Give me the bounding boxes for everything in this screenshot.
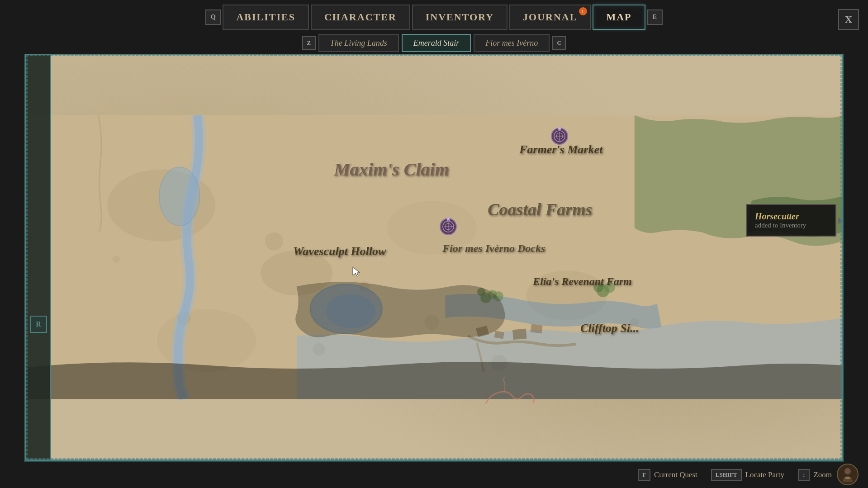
svg-point-44: [447, 218, 450, 220]
z-key[interactable]: Z: [302, 36, 316, 50]
inventory-tab[interactable]: INVENTORY: [412, 5, 508, 30]
abilities-tab[interactable]: ABILITIES: [223, 5, 309, 30]
emerald-stair-tab[interactable]: Emerald Stair: [402, 34, 471, 52]
svg-point-26: [604, 282, 615, 293]
svg-rect-19: [512, 329, 527, 340]
svg-point-7: [265, 232, 283, 251]
q-key[interactable]: Q: [205, 9, 221, 25]
svg-point-37: [558, 127, 561, 130]
svg-point-27: [593, 282, 603, 292]
zoom-key[interactable]: ↕: [798, 469, 810, 481]
sub-navigation: Z The Living Lands Emerald Stair Fior me…: [0, 32, 868, 54]
map-container[interactable]: R Maxim's Claim Coastal Farms Farmer's M…: [25, 53, 843, 461]
map-sidebar: R: [26, 55, 51, 460]
journal-tab[interactable]: JOURNAL !: [509, 5, 591, 30]
svg-point-14: [159, 167, 200, 225]
svg-point-11: [113, 256, 120, 263]
notification-title: Horsecutter: [755, 211, 827, 222]
svg-rect-20: [531, 324, 543, 333]
journal-badge: !: [579, 7, 587, 15]
farmers-market-marker[interactable]: [550, 127, 569, 151]
top-navigation: Q ABILITIES CHARACTER INVENTORY JOURNAL …: [0, 0, 868, 34]
zoom-action: ↕ Zoom: [798, 469, 832, 481]
close-button[interactable]: X: [838, 9, 859, 30]
c-key[interactable]: C: [552, 36, 566, 50]
r-key-button[interactable]: R: [30, 316, 47, 333]
svg-point-3: [387, 201, 477, 255]
current-quest-action: F Current Quest: [638, 469, 697, 481]
character-avatar: [836, 463, 859, 486]
map-terrain-svg: [26, 55, 842, 460]
character-tab[interactable]: CHARACTER: [311, 5, 410, 30]
current-quest-label: Current Quest: [654, 470, 697, 479]
notification-subtitle: added to Inventory: [755, 222, 827, 229]
bottom-bar: F Current Quest LSHIFT Locate Party ↕ Zo…: [0, 462, 868, 488]
map-tab[interactable]: MAP: [593, 5, 645, 30]
living-lands-tab[interactable]: The Living Lands: [318, 34, 399, 52]
fior-mes-tab[interactable]: Fior mes Ivèrno: [474, 34, 550, 52]
notification-popup: Horsecutter added to Inventory: [746, 204, 836, 237]
svg-point-47: [844, 468, 851, 474]
f-key[interactable]: F: [638, 469, 650, 481]
fior-mes-marker[interactable]: [439, 218, 458, 241]
map-background: R Maxim's Claim Coastal Farms Farmer's M…: [26, 55, 842, 460]
zoom-label: Zoom: [813, 470, 832, 479]
locate-party-action: LSHIFT Locate Party: [711, 469, 784, 481]
locate-party-label: Locate Party: [745, 470, 784, 479]
lshift-key[interactable]: LSHIFT: [711, 469, 742, 481]
e-key[interactable]: E: [647, 9, 663, 25]
